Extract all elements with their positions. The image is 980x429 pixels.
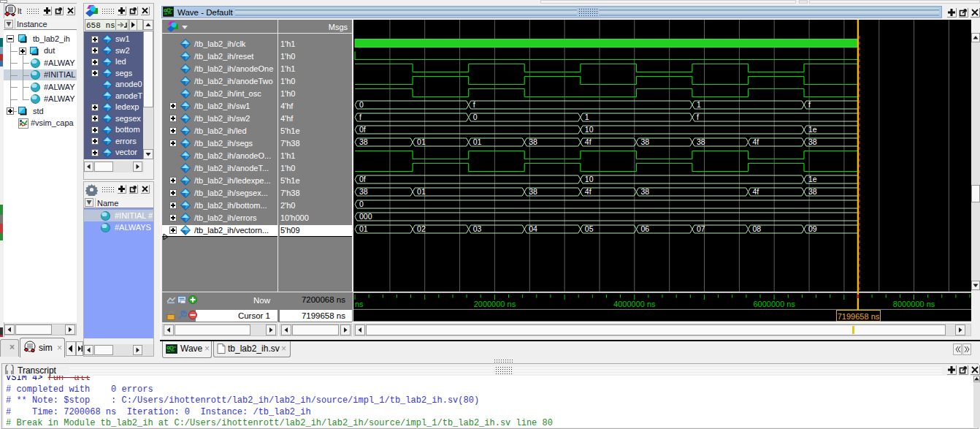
svg-text:1e: 1e — [808, 175, 817, 183]
svg-text:04: 04 — [529, 224, 537, 233]
svg-text:10: 10 — [585, 125, 594, 134]
svg-text:000: 000 — [359, 212, 372, 221]
svg-text:4000000 ns: 4000000 ns — [613, 300, 656, 308]
svg-text:02: 02 — [417, 224, 426, 233]
svg-text:0f: 0f — [359, 125, 366, 134]
svg-text:f: f — [473, 100, 475, 109]
svg-text:38: 38 — [359, 137, 368, 146]
svg-text:38: 38 — [529, 187, 537, 196]
svg-text:1: 1 — [585, 113, 589, 121]
svg-text:38: 38 — [640, 137, 649, 146]
svg-text:8000000 ns: 8000000 ns — [893, 300, 935, 308]
svg-text:10: 10 — [585, 175, 594, 183]
svg-text:2000000 ns: 2000000 ns — [474, 300, 516, 308]
svg-text:1: 1 — [697, 100, 701, 109]
svg-text:4f: 4f — [585, 137, 592, 146]
svg-text:f: f — [808, 100, 811, 109]
svg-text:38: 38 — [640, 187, 649, 196]
svg-text:08: 08 — [753, 224, 762, 233]
svg-text:01: 01 — [359, 224, 368, 233]
svg-text:03: 03 — [473, 224, 482, 233]
svg-text:1e: 1e — [808, 125, 817, 134]
svg-text:05: 05 — [585, 224, 594, 233]
svg-text:38: 38 — [808, 187, 817, 196]
svg-text:0f: 0f — [359, 175, 366, 183]
svg-text:09: 09 — [808, 224, 817, 233]
svg-text:38: 38 — [359, 187, 368, 196]
svg-text:38: 38 — [529, 137, 537, 146]
svg-text:f: f — [697, 113, 699, 121]
svg-text:4f: 4f — [753, 187, 759, 196]
svg-text:0: 0 — [359, 100, 364, 109]
svg-text:0: 0 — [359, 200, 364, 208]
svg-text:01: 01 — [417, 137, 426, 146]
svg-text:06: 06 — [640, 224, 649, 233]
svg-text:7199658 ns: 7199658 ns — [838, 312, 880, 321]
svg-text:01: 01 — [473, 137, 482, 146]
svg-text:6000000 ns: 6000000 ns — [753, 300, 795, 308]
svg-text:ns: ns — [355, 300, 364, 308]
svg-text:4f: 4f — [585, 187, 592, 196]
svg-text:4f: 4f — [753, 137, 759, 146]
svg-text:38: 38 — [697, 137, 705, 146]
svg-text:f: f — [359, 113, 361, 121]
svg-text:0: 0 — [473, 113, 478, 121]
svg-text:07: 07 — [697, 224, 705, 233]
svg-text:38: 38 — [808, 137, 817, 146]
svg-text:01: 01 — [417, 187, 426, 196]
